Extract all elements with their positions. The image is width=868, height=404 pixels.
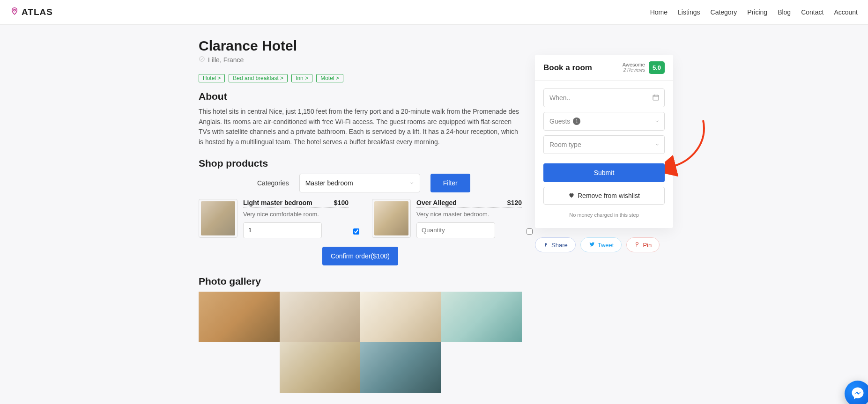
pinterest-icon <box>634 242 640 249</box>
categories-label: Categories <box>257 179 289 187</box>
tag-bed-and-breakfast[interactable]: Bed and breakfast > <box>229 74 288 82</box>
svg-rect-2 <box>653 95 659 100</box>
messenger-icon <box>851 386 865 402</box>
gallery-image[interactable] <box>280 292 361 342</box>
calendar-icon <box>652 94 660 103</box>
tag-inn[interactable]: Inn > <box>291 74 312 82</box>
nav-listings[interactable]: Listings <box>678 8 700 16</box>
product-thumb[interactable] <box>372 199 411 238</box>
svg-point-0 <box>14 9 15 11</box>
gallery-heading: Photo gallery <box>199 276 522 287</box>
category-selected: Master bedroom <box>305 179 353 187</box>
filter-button[interactable]: Filter <box>430 174 470 192</box>
heart-icon <box>568 192 575 200</box>
submit-button[interactable]: Submit <box>543 163 665 182</box>
date-placeholder: When.. <box>549 94 570 102</box>
booking-title: Book a room <box>543 63 592 73</box>
product-name: Light master bedroom <box>243 199 312 206</box>
location-text: Lille, France <box>208 56 244 64</box>
location: Lille, France <box>199 56 522 64</box>
chevron-down-icon <box>409 179 414 187</box>
nav-pricing[interactable]: Pricing <box>747 8 767 16</box>
quantity-input[interactable] <box>416 222 495 238</box>
nav-home[interactable]: Home <box>650 8 668 16</box>
nav-blog[interactable]: Blog <box>778 8 791 16</box>
chevron-down-icon <box>655 141 660 148</box>
rating-badge: 5.0 <box>649 61 665 74</box>
gallery-image[interactable] <box>441 292 522 342</box>
tag-motel[interactable]: Motel > <box>316 74 343 82</box>
gallery-image[interactable] <box>360 342 441 393</box>
svg-point-1 <box>200 57 205 62</box>
product-checkbox[interactable] <box>527 228 533 235</box>
about-text: This hotel sits in central Nice, just 1,… <box>199 107 522 147</box>
product-desc: Very nice master bedroom. <box>416 211 522 218</box>
map-pin-icon <box>10 7 19 17</box>
facebook-icon <box>543 242 549 249</box>
date-field[interactable]: When.. <box>543 88 665 107</box>
pin-button[interactable]: Pin <box>626 237 660 252</box>
product-desc: Very nice comfortable room. <box>243 211 349 218</box>
main-nav: Home Listings Category Pricing Blog Cont… <box>650 8 858 16</box>
nav-category[interactable]: Category <box>711 8 737 16</box>
pin-label: Pin <box>643 242 652 249</box>
wishlist-label: Remove from wishlist <box>578 192 640 199</box>
tweet-button[interactable]: Tweet <box>580 237 622 252</box>
share-bar: Share Tweet Pin <box>535 237 673 252</box>
booking-card: Book a room Awesome 2 Reviews 5.0 When.. <box>535 55 673 228</box>
svg-point-3 <box>636 242 638 244</box>
product-checkbox[interactable] <box>353 228 359 235</box>
product-price: $120 <box>507 199 522 206</box>
share-button[interactable]: Share <box>535 237 576 252</box>
share-label: Share <box>551 242 568 249</box>
shop-heading: Shop products <box>199 158 522 169</box>
confirm-order-button[interactable]: Confirm order($100) <box>322 247 398 265</box>
tag-hotel[interactable]: Hotel > <box>199 74 225 82</box>
category-tags: Hotel > Bed and breakfast > Inn > Motel … <box>199 74 522 82</box>
page-title: Clarance Hotel <box>199 38 522 54</box>
guests-field[interactable]: Guests 1 <box>543 112 665 131</box>
product-thumb[interactable] <box>199 199 237 238</box>
nav-contact[interactable]: Contact <box>801 8 823 16</box>
product-price: $100 <box>334 199 349 206</box>
brand-name: ATLAS <box>22 7 53 17</box>
guests-count: 1 <box>573 118 580 125</box>
twitter-icon <box>588 241 595 249</box>
location-icon <box>199 56 205 64</box>
about-heading: About <box>199 91 522 102</box>
product-item: Over Alleged $120 Very nice master bedro… <box>372 199 522 238</box>
booking-note: No money charged in this step <box>543 209 665 224</box>
tweet-label: Tweet <box>598 242 614 249</box>
messenger-button[interactable] <box>845 381 868 404</box>
gallery-image[interactable] <box>199 292 280 342</box>
nav-account[interactable]: Account <box>834 8 858 16</box>
header: ATLAS Home Listings Category Pricing Blo… <box>0 0 868 25</box>
reviews-count: 2 Reviews <box>623 68 645 73</box>
guests-label: Guests <box>549 118 570 125</box>
photo-gallery <box>199 292 522 393</box>
logo[interactable]: ATLAS <box>10 7 53 17</box>
room-type-label: Room type <box>549 141 581 148</box>
category-select[interactable]: Master bedroom <box>299 174 420 192</box>
quantity-input[interactable] <box>243 222 322 238</box>
gallery-image[interactable] <box>280 342 361 393</box>
product-item: Light master bedroom $100 Very nice comf… <box>199 199 349 238</box>
room-type-field[interactable]: Room type <box>543 135 665 154</box>
gallery-image[interactable] <box>360 292 441 342</box>
product-name: Over Alleged <box>416 199 457 206</box>
chevron-down-icon <box>655 118 660 125</box>
wishlist-button[interactable]: Remove from wishlist <box>543 187 665 205</box>
